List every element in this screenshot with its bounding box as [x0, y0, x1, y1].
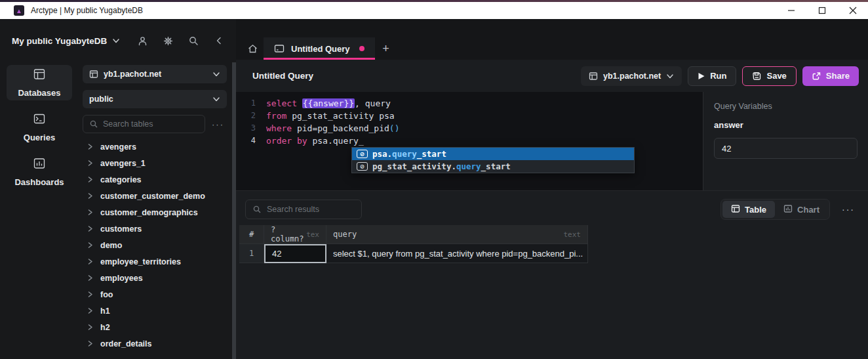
settings-button[interactable]	[161, 34, 174, 47]
table-list: avengersavengers_1categoriescustomer_cus…	[83, 138, 227, 355]
account-button[interactable]	[136, 34, 149, 47]
unsaved-dot	[359, 46, 365, 51]
table-item[interactable]: customers	[83, 221, 227, 237]
workspace-switcher[interactable]: My public YugabyteDB	[12, 36, 120, 46]
column-header[interactable]: querytext	[326, 225, 588, 243]
app-window: ▲ Arctype | My public YugabyteDB My publ…	[0, 0, 868, 359]
main-region: Untitled Query + Untitled Query yb1.pach…	[236, 19, 868, 359]
table-item[interactable]: demo	[83, 237, 227, 253]
chevron-right-icon	[87, 340, 94, 347]
chevron-right-icon	[87, 143, 94, 150]
column-header[interactable]: ?column?tex	[264, 225, 326, 243]
table-cell[interactable]: select $1, query from pg_stat_activity w…	[326, 244, 588, 263]
search-icon	[188, 35, 199, 47]
table-icon	[731, 204, 740, 215]
nav-sidebar: DatabasesQueriesDashboards	[0, 62, 79, 359]
save-button[interactable]: Save	[742, 66, 796, 86]
autocomplete-popup: ⊘psa.query_start⊘pg_stat_activity.query_…	[351, 147, 635, 173]
table-item[interactable]: employees	[83, 270, 227, 286]
search-tables-input[interactable]: Search tables	[83, 115, 205, 133]
code-line: 3where pid=pg_backend_pid()	[236, 122, 703, 135]
connection-selector[interactable]: yb1.pachot.net	[581, 66, 682, 86]
column-header[interactable]: #	[239, 225, 264, 243]
table-item[interactable]: categories	[83, 171, 227, 188]
query-title[interactable]: Untitled Query	[252, 71, 313, 81]
database-icon	[589, 72, 598, 81]
sidebar-item-queries[interactable]: Queries	[7, 110, 72, 145]
results-panel: Search results TableChart ··· #?column?t…	[236, 190, 868, 359]
code-line: 2from pg_stat_activity psa	[236, 110, 703, 122]
left-region: My public YugabyteDB	[0, 19, 236, 359]
tab-bar: Untitled Query +	[236, 19, 868, 60]
chevron-down-icon	[212, 95, 220, 103]
autocomplete-item[interactable]: ⊘pg_stat_activity.query_start	[352, 160, 634, 173]
table-item[interactable]: avengers_1	[83, 155, 227, 171]
chevron-right-icon	[87, 209, 94, 216]
chevron-right-icon	[87, 192, 94, 200]
results-table: #?column?texquerytext 142select $1, quer…	[239, 225, 588, 263]
sidebar-item-dashboards[interactable]: Dashboards	[7, 154, 72, 190]
search-results-input[interactable]: Search results	[245, 200, 362, 219]
chevron-right-icon	[87, 176, 94, 183]
tables-more-button[interactable]: ···	[205, 119, 227, 129]
new-tab-button[interactable]: +	[375, 37, 397, 60]
chevron-down-icon	[666, 72, 674, 80]
table-item[interactable]: employee_territories	[83, 253, 227, 270]
databases-icon	[33, 68, 46, 83]
close-icon	[849, 7, 857, 14]
sql-editor[interactable]: 1select {{answer}}, query2from pg_stat_a…	[236, 92, 703, 190]
chevron-right-icon	[87, 258, 94, 265]
row-index[interactable]: 1	[239, 244, 264, 263]
user-icon	[137, 35, 148, 47]
table-item[interactable]: customer_demographics	[83, 204, 227, 221]
view-table-button[interactable]: Table	[722, 201, 775, 218]
autocomplete-item[interactable]: ⊘psa.query_start	[352, 148, 634, 160]
window-title: Arctype | My public YugabyteDB	[31, 6, 143, 15]
tab-untitled-query[interactable]: Untitled Query	[264, 37, 375, 60]
chevron-right-icon	[87, 274, 94, 282]
home-icon	[247, 43, 258, 54]
share-button[interactable]: Share	[802, 66, 859, 86]
collapse-sidebar-button[interactable]	[212, 34, 226, 47]
query-variables-panel: Query Variables answer 42	[703, 92, 868, 190]
queries-icon	[33, 112, 46, 128]
chevron-right-icon	[87, 242, 94, 249]
table-item[interactable]: h1	[83, 303, 227, 319]
column-icon: ⊘	[357, 150, 368, 158]
gear-icon	[163, 35, 174, 47]
line-number: 4	[236, 135, 256, 147]
table-cell[interactable]: 42	[264, 244, 326, 263]
table-item[interactable]: h2	[83, 319, 227, 335]
server-selector[interactable]: yb1.pachot.net	[83, 65, 227, 83]
variable-value-input[interactable]: 42	[714, 138, 858, 159]
minimize-button[interactable]	[776, 2, 806, 19]
home-tab-button[interactable]	[241, 37, 264, 60]
save-icon	[752, 72, 761, 81]
titlebar: ▲ Arctype | My public YugabyteDB	[0, 2, 868, 19]
chevron-down-icon	[212, 70, 220, 78]
schema-selector[interactable]: public	[83, 90, 227, 108]
query-header: Untitled Query yb1.pachot.net Run Save	[236, 60, 868, 92]
table-item[interactable]: customer_customer_demo	[83, 188, 227, 204]
column-type: tex	[306, 230, 319, 239]
results-more-button[interactable]: ···	[838, 204, 859, 215]
chevron-right-icon	[87, 324, 94, 331]
play-icon	[698, 72, 705, 80]
table-item[interactable]: avengers	[83, 138, 227, 155]
view-chart-button[interactable]: Chart	[775, 201, 828, 218]
code-line: 1select {{answer}}, query	[236, 97, 703, 110]
run-button[interactable]: Run	[688, 66, 736, 86]
close-button[interactable]	[837, 2, 868, 19]
search-icon	[89, 119, 98, 129]
maximize-icon	[818, 7, 826, 14]
maximize-button[interactable]	[806, 2, 837, 19]
arctype-logo-icon: ▲	[14, 5, 24, 16]
table-item[interactable]: foo	[83, 286, 227, 303]
search-button[interactable]	[187, 34, 200, 47]
chevron-right-icon	[87, 307, 94, 314]
dashboards-icon	[33, 157, 46, 173]
table-item[interactable]: order_details	[83, 335, 227, 352]
sidebar-item-databases[interactable]: Databases	[7, 65, 72, 100]
column-icon: ⊘	[357, 162, 368, 171]
tables-panel: yb1.pachot.net public Search tables ···	[79, 62, 236, 359]
